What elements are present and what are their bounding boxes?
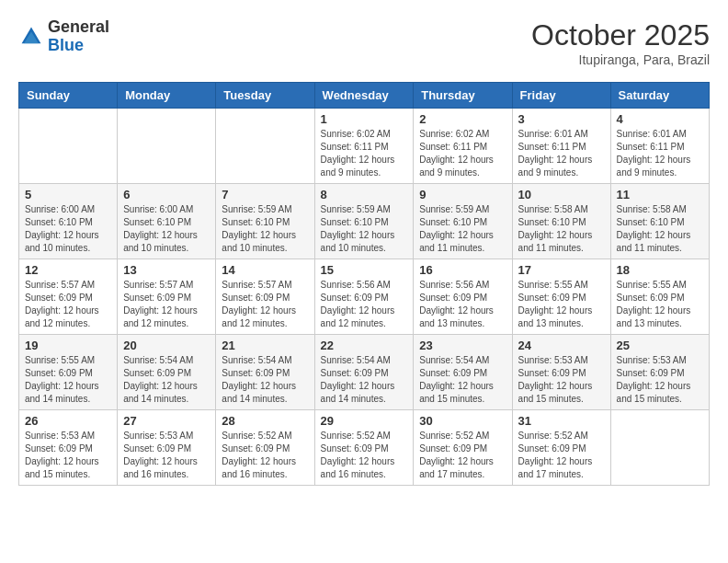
day-number: 23 — [419, 339, 506, 352]
calendar-cell — [19, 109, 118, 184]
day-info: Sunrise: 5:56 AM Sunset: 6:09 PM Dayligh… — [419, 279, 506, 330]
day-info: Sunrise: 5:53 AM Sunset: 6:09 PM Dayligh… — [25, 430, 111, 481]
weekday-header-saturday: Saturday — [610, 83, 709, 109]
day-info: Sunrise: 5:55 AM Sunset: 6:09 PM Dayligh… — [518, 279, 605, 330]
day-number: 15 — [321, 263, 408, 277]
day-number: 26 — [25, 414, 111, 428]
calendar-cell: 15Sunrise: 5:56 AM Sunset: 6:09 PM Dayli… — [314, 259, 414, 335]
calendar-cell: 27Sunrise: 5:53 AM Sunset: 6:09 PM Dayli… — [118, 410, 216, 486]
day-number: 5 — [25, 188, 111, 201]
title-block: October 2025 Itupiranga, Para, Brazil — [531, 18, 710, 67]
calendar-cell: 26Sunrise: 5:53 AM Sunset: 6:09 PM Dayli… — [19, 410, 118, 486]
calendar-cell: 25Sunrise: 5:53 AM Sunset: 6:09 PM Dayli… — [610, 335, 709, 410]
week-row-1: 1Sunrise: 6:02 AM Sunset: 6:11 PM Daylig… — [19, 109, 710, 184]
day-number: 8 — [321, 188, 408, 201]
day-info: Sunrise: 5:56 AM Sunset: 6:09 PM Dayligh… — [321, 279, 408, 330]
weekday-header-row: SundayMondayTuesdayWednesdayThursdayFrid… — [19, 83, 710, 109]
day-info: Sunrise: 5:52 AM Sunset: 6:09 PM Dayligh… — [321, 430, 408, 481]
day-info: Sunrise: 6:01 AM Sunset: 6:11 PM Dayligh… — [617, 128, 703, 179]
calendar-cell: 19Sunrise: 5:55 AM Sunset: 6:09 PM Dayli… — [19, 335, 118, 410]
page-header: General Blue October 2025 Itupiranga, Pa… — [18, 18, 710, 67]
day-number: 20 — [123, 339, 210, 352]
month-year: October 2025 — [531, 18, 710, 52]
day-number: 31 — [518, 414, 605, 428]
calendar-cell — [216, 109, 314, 184]
calendar-cell: 20Sunrise: 5:54 AM Sunset: 6:09 PM Dayli… — [118, 335, 216, 410]
weekday-header-friday: Friday — [512, 83, 610, 109]
day-number: 27 — [123, 414, 210, 428]
calendar-cell: 3Sunrise: 6:01 AM Sunset: 6:11 PM Daylig… — [512, 109, 610, 184]
day-number: 16 — [419, 263, 506, 277]
day-number: 7 — [222, 188, 308, 201]
day-info: Sunrise: 5:54 AM Sunset: 6:09 PM Dayligh… — [419, 354, 506, 406]
calendar-cell: 1Sunrise: 6:02 AM Sunset: 6:11 PM Daylig… — [314, 109, 414, 184]
calendar-cell — [610, 410, 709, 486]
calendar-cell: 30Sunrise: 5:52 AM Sunset: 6:09 PM Dayli… — [414, 410, 512, 486]
weekday-header-thursday: Thursday — [414, 83, 512, 109]
calendar-cell: 28Sunrise: 5:52 AM Sunset: 6:09 PM Dayli… — [216, 410, 314, 486]
day-number: 22 — [321, 339, 408, 352]
day-number: 4 — [617, 112, 703, 126]
calendar-cell: 4Sunrise: 6:01 AM Sunset: 6:11 PM Daylig… — [610, 109, 709, 184]
day-info: Sunrise: 5:53 AM Sunset: 6:09 PM Dayligh… — [617, 354, 703, 406]
day-info: Sunrise: 5:53 AM Sunset: 6:09 PM Dayligh… — [518, 354, 605, 406]
calendar-table: SundayMondayTuesdayWednesdayThursdayFrid… — [18, 82, 710, 486]
week-row-3: 12Sunrise: 5:57 AM Sunset: 6:09 PM Dayli… — [19, 259, 710, 335]
calendar-cell: 10Sunrise: 5:58 AM Sunset: 6:10 PM Dayli… — [512, 184, 610, 259]
calendar-cell: 2Sunrise: 6:02 AM Sunset: 6:11 PM Daylig… — [414, 109, 512, 184]
day-info: Sunrise: 6:01 AM Sunset: 6:11 PM Dayligh… — [518, 128, 605, 179]
calendar-cell: 5Sunrise: 6:00 AM Sunset: 6:10 PM Daylig… — [19, 184, 118, 259]
logo: General Blue — [18, 18, 109, 55]
day-number: 29 — [321, 414, 408, 428]
calendar-cell: 12Sunrise: 5:57 AM Sunset: 6:09 PM Dayli… — [19, 259, 118, 335]
day-info: Sunrise: 5:54 AM Sunset: 6:09 PM Dayligh… — [222, 354, 308, 406]
logo-blue: Blue — [48, 37, 109, 55]
calendar-cell: 22Sunrise: 5:54 AM Sunset: 6:09 PM Dayli… — [314, 335, 414, 410]
calendar-cell: 18Sunrise: 5:55 AM Sunset: 6:09 PM Dayli… — [610, 259, 709, 335]
day-info: Sunrise: 5:55 AM Sunset: 6:09 PM Dayligh… — [25, 354, 111, 406]
day-info: Sunrise: 5:57 AM Sunset: 6:09 PM Dayligh… — [25, 279, 111, 330]
day-number: 12 — [25, 263, 111, 277]
weekday-header-tuesday: Tuesday — [216, 83, 314, 109]
day-info: Sunrise: 6:00 AM Sunset: 6:10 PM Dayligh… — [25, 203, 111, 255]
day-number: 11 — [617, 188, 703, 201]
day-info: Sunrise: 5:57 AM Sunset: 6:09 PM Dayligh… — [123, 279, 210, 330]
day-number: 19 — [25, 339, 111, 352]
day-number: 9 — [419, 188, 506, 201]
day-number: 6 — [123, 188, 210, 201]
calendar-cell: 9Sunrise: 5:59 AM Sunset: 6:10 PM Daylig… — [414, 184, 512, 259]
day-number: 25 — [617, 339, 703, 352]
calendar-cell: 11Sunrise: 5:58 AM Sunset: 6:10 PM Dayli… — [610, 184, 709, 259]
day-info: Sunrise: 6:02 AM Sunset: 6:11 PM Dayligh… — [321, 128, 408, 179]
day-info: Sunrise: 6:00 AM Sunset: 6:10 PM Dayligh… — [123, 203, 210, 255]
logo-icon — [20, 26, 42, 48]
calendar-cell: 21Sunrise: 5:54 AM Sunset: 6:09 PM Dayli… — [216, 335, 314, 410]
day-info: Sunrise: 5:52 AM Sunset: 6:09 PM Dayligh… — [518, 430, 605, 481]
week-row-5: 26Sunrise: 5:53 AM Sunset: 6:09 PM Dayli… — [19, 410, 710, 486]
calendar-cell: 6Sunrise: 6:00 AM Sunset: 6:10 PM Daylig… — [118, 184, 216, 259]
calendar-cell: 23Sunrise: 5:54 AM Sunset: 6:09 PM Dayli… — [414, 335, 512, 410]
day-info: Sunrise: 5:59 AM Sunset: 6:10 PM Dayligh… — [222, 203, 308, 255]
day-number: 30 — [419, 414, 506, 428]
calendar-cell: 24Sunrise: 5:53 AM Sunset: 6:09 PM Dayli… — [512, 335, 610, 410]
calendar-cell: 8Sunrise: 5:59 AM Sunset: 6:10 PM Daylig… — [314, 184, 414, 259]
day-info: Sunrise: 5:59 AM Sunset: 6:10 PM Dayligh… — [419, 203, 506, 255]
calendar-cell: 14Sunrise: 5:57 AM Sunset: 6:09 PM Dayli… — [216, 259, 314, 335]
day-number: 21 — [222, 339, 308, 352]
calendar-cell: 13Sunrise: 5:57 AM Sunset: 6:09 PM Dayli… — [118, 259, 216, 335]
weekday-header-monday: Monday — [118, 83, 216, 109]
calendar-cell: 31Sunrise: 5:52 AM Sunset: 6:09 PM Dayli… — [512, 410, 610, 486]
week-row-2: 5Sunrise: 6:00 AM Sunset: 6:10 PM Daylig… — [19, 184, 710, 259]
day-number: 28 — [222, 414, 308, 428]
weekday-header-sunday: Sunday — [19, 83, 118, 109]
day-number: 24 — [518, 339, 605, 352]
calendar-cell: 17Sunrise: 5:55 AM Sunset: 6:09 PM Dayli… — [512, 259, 610, 335]
day-info: Sunrise: 5:58 AM Sunset: 6:10 PM Dayligh… — [518, 203, 605, 255]
day-number: 17 — [518, 263, 605, 277]
day-number: 14 — [222, 263, 308, 277]
day-number: 13 — [123, 263, 210, 277]
day-info: Sunrise: 5:54 AM Sunset: 6:09 PM Dayligh… — [321, 354, 408, 406]
logo-general: General — [48, 18, 109, 37]
day-number: 1 — [321, 112, 408, 126]
day-info: Sunrise: 6:02 AM Sunset: 6:11 PM Dayligh… — [419, 128, 506, 179]
